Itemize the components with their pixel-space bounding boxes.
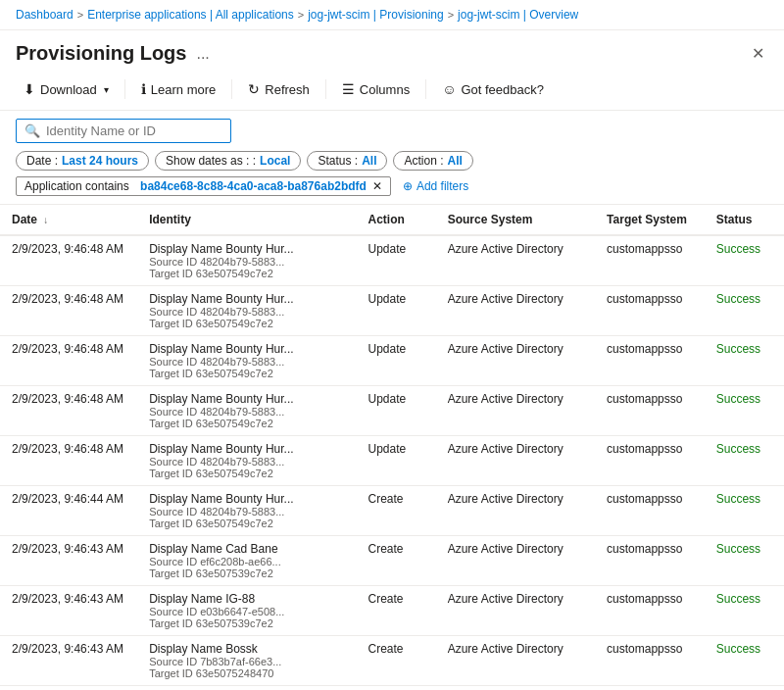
- cell-date-0: 2/9/2023, 9:46:48 AM: [0, 235, 137, 286]
- app-filter-value: ba84ce68-8c88-4ca0-aca8-ba876ab2bdfd: [140, 179, 367, 193]
- identity-target-id-7: Target ID 63e507539c7e2: [149, 617, 344, 629]
- cell-status-1: Success: [705, 286, 784, 336]
- cell-target-3: customappsso: [595, 386, 705, 436]
- cell-action-9: Update: [356, 686, 435, 691]
- learn-more-button[interactable]: ℹ Learn more: [133, 76, 223, 102]
- app-filter-prefix: Application contains: [24, 179, 129, 193]
- identity-source-id-0: Source ID 48204b79-5883...: [149, 256, 344, 268]
- col-header-action[interactable]: Action: [356, 205, 435, 235]
- cell-action-6: Create: [356, 536, 435, 586]
- learn-more-label: Learn more: [151, 82, 216, 97]
- cell-identity-7: Display Name IG-88 Source ID e03b6647-e5…: [137, 586, 356, 636]
- cell-identity-9: Display Name Boba Fett Source ID 9501f1c…: [137, 686, 356, 691]
- sort-icon: ↓: [43, 215, 48, 225]
- cell-identity-3: Display Name Bounty Hur... Source ID 482…: [137, 386, 356, 436]
- cell-date-2: 2/9/2023, 9:46:48 AM: [0, 336, 137, 386]
- action-filter-label: Action :: [404, 154, 443, 168]
- add-filters-label: Add filters: [416, 179, 468, 193]
- download-icon: ⬇: [24, 81, 35, 97]
- table-row[interactable]: 2/9/2023, 9:46:43 AM Display Name Boba F…: [0, 686, 784, 691]
- cell-action-4: Update: [356, 436, 435, 486]
- download-button[interactable]: ⬇ Download ▾: [16, 76, 117, 102]
- action-filter-chip[interactable]: Action : All: [393, 151, 472, 171]
- header-ellipsis-button[interactable]: ...: [196, 45, 209, 63]
- table-row[interactable]: 2/9/2023, 9:46:43 AM Display Name Cad Ba…: [0, 536, 784, 586]
- table-header-row: Date ↓ Identity Action Source System Tar…: [0, 205, 784, 235]
- feedback-icon: ☺: [442, 81, 456, 97]
- table-row[interactable]: 2/9/2023, 9:46:48 AM Display Name Bounty…: [0, 336, 784, 386]
- identity-target-id-2: Target ID 63e507549c7e2: [149, 368, 344, 379]
- search-input[interactable]: [46, 123, 222, 138]
- cell-source-8: Azure Active Directory: [436, 636, 595, 686]
- action-col-label: Action: [368, 213, 404, 226]
- col-header-target[interactable]: Target System: [595, 205, 705, 235]
- cell-status-8: Success: [705, 636, 784, 686]
- cell-status-5: Success: [705, 486, 784, 536]
- cell-status-2: Success: [705, 336, 784, 386]
- add-filters-icon: ⊕: [403, 179, 413, 193]
- refresh-icon: ↻: [248, 81, 260, 97]
- identity-source-id-2: Source ID 48204b79-5883...: [149, 356, 344, 368]
- cell-target-0: customappsso: [595, 235, 705, 286]
- identity-display-name-4: Display Name Bounty Hur...: [149, 442, 344, 456]
- cell-action-5: Create: [356, 486, 435, 536]
- identity-display-name-1: Display Name Bounty Hur...: [149, 292, 344, 306]
- cell-target-1: customappsso: [595, 286, 705, 336]
- app-filter-close-icon[interactable]: ✕: [372, 179, 382, 193]
- cell-source-6: Azure Active Directory: [436, 536, 595, 586]
- col-header-identity[interactable]: Identity: [137, 205, 356, 235]
- table-row[interactable]: 2/9/2023, 9:46:44 AM Display Name Bounty…: [0, 486, 784, 536]
- identity-display-name-3: Display Name Bounty Hur...: [149, 392, 344, 406]
- cell-date-4: 2/9/2023, 9:46:48 AM: [0, 436, 137, 486]
- feedback-button[interactable]: ☺ Got feedback?: [434, 76, 552, 102]
- table-row[interactable]: 2/9/2023, 9:46:43 AM Display Name Bossk …: [0, 636, 784, 686]
- table-row[interactable]: 2/9/2023, 9:46:48 AM Display Name Bounty…: [0, 235, 784, 286]
- breadcrumb-dashboard[interactable]: Dashboard: [16, 8, 74, 22]
- table-row[interactable]: 2/9/2023, 9:46:43 AM Display Name IG-88 …: [0, 586, 784, 636]
- page-title: Provisioning Logs: [16, 42, 186, 65]
- filters-area: 🔍 Date : Last 24 hours Show dates as : :…: [0, 111, 784, 205]
- table-row[interactable]: 2/9/2023, 9:46:48 AM Display Name Bounty…: [0, 286, 784, 336]
- feedback-label: Got feedback?: [461, 82, 544, 97]
- identity-target-id-0: Target ID 63e507549c7e2: [149, 268, 344, 279]
- cell-identity-0: Display Name Bounty Hur... Source ID 482…: [137, 235, 356, 286]
- col-header-source[interactable]: Source System: [436, 205, 595, 235]
- refresh-button[interactable]: ↻ Refresh: [240, 76, 318, 102]
- table-row[interactable]: 2/9/2023, 9:46:48 AM Display Name Bounty…: [0, 436, 784, 486]
- cell-source-2: Azure Active Directory: [436, 336, 595, 386]
- search-box[interactable]: 🔍: [16, 119, 231, 143]
- date-filter-chip[interactable]: Date : Last 24 hours: [16, 151, 149, 171]
- show-dates-value: Local: [260, 154, 290, 168]
- breadcrumb: Dashboard > Enterprise applications | Al…: [0, 0, 784, 30]
- breadcrumb-enterprise-apps[interactable]: Enterprise applications | All applicatio…: [87, 8, 294, 22]
- identity-target-id-5: Target ID 63e507549c7e2: [149, 518, 344, 529]
- col-header-status[interactable]: Status: [705, 205, 784, 235]
- col-header-date[interactable]: Date ↓: [0, 205, 137, 235]
- close-button[interactable]: ✕: [748, 40, 768, 67]
- app-filter-tag: Application contains ba84ce68-8c88-4ca0-…: [16, 176, 391, 196]
- table-row[interactable]: 2/9/2023, 9:46:48 AM Display Name Bounty…: [0, 386, 784, 436]
- cell-target-5: customappsso: [595, 486, 705, 536]
- identity-source-id-3: Source ID 48204b79-5883...: [149, 406, 344, 418]
- breadcrumb-provisioning[interactable]: jog-jwt-scim | Provisioning: [308, 8, 444, 22]
- source-col-label: Source System: [448, 213, 533, 226]
- breadcrumb-sep-1: >: [77, 9, 83, 21]
- cell-status-6: Success: [705, 536, 784, 586]
- identity-target-id-1: Target ID 63e507549c7e2: [149, 318, 344, 329]
- cell-source-1: Azure Active Directory: [436, 286, 595, 336]
- show-dates-filter-chip[interactable]: Show dates as : : Local: [155, 151, 301, 171]
- columns-button[interactable]: ☰ Columns: [334, 76, 417, 102]
- breadcrumb-overview[interactable]: jog-jwt-scim | Overview: [458, 8, 578, 22]
- identity-target-id-3: Target ID 63e507549c7e2: [149, 418, 344, 429]
- cell-identity-4: Display Name Bounty Hur... Source ID 482…: [137, 436, 356, 486]
- cell-identity-2: Display Name Bounty Hur... Source ID 482…: [137, 336, 356, 386]
- status-filter-chip[interactable]: Status : All: [307, 151, 387, 171]
- add-filters-button[interactable]: ⊕ Add filters: [397, 177, 474, 195]
- identity-source-id-4: Source ID 48204b79-5883...: [149, 456, 344, 468]
- cell-target-9: customappsso: [595, 686, 705, 691]
- refresh-label: Refresh: [265, 82, 310, 97]
- status-filter-value: All: [362, 154, 376, 168]
- app-filter-row: Application contains ba84ce68-8c88-4ca0-…: [16, 176, 768, 196]
- identity-source-id-1: Source ID 48204b79-5883...: [149, 306, 344, 318]
- download-chevron-icon: ▾: [104, 84, 109, 95]
